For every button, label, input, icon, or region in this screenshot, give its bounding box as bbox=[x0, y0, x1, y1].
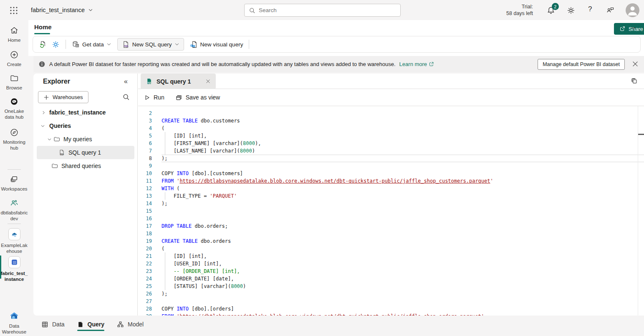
tree-item-shared-queries[interactable]: Shared queries bbox=[37, 159, 134, 173]
code-line-18: 18 bbox=[138, 230, 644, 237]
nav-rail-item-monitoring-hub[interactable]: Monitoring hub bbox=[0, 128, 28, 151]
save-as-view-button[interactable]: Save as view bbox=[175, 94, 220, 101]
code-line-11: 11FROM 'https://dbtlabsynapsedatalake.bl… bbox=[138, 177, 644, 185]
code-line-27: 27 bbox=[138, 298, 644, 305]
tab-sql-query-1[interactable]: SQL SQL query 1 bbox=[141, 74, 216, 89]
data-warehouse-icon bbox=[9, 310, 20, 321]
code-line-2: 2 bbox=[138, 109, 644, 117]
code-line-29: 29FROM 'https://dbtlabsynapsedatalake.bl… bbox=[138, 313, 644, 316]
chevron-right-icon bbox=[40, 109, 47, 116]
home-icon bbox=[10, 26, 19, 35]
query-settings-button[interactable] bbox=[49, 38, 62, 51]
share-button[interactable]: Share bbox=[614, 23, 644, 35]
toolbar-divider bbox=[66, 40, 66, 49]
workspaces-icon bbox=[10, 175, 19, 184]
query-command-bar: Run Save as view bbox=[138, 89, 644, 106]
nav-rail-item-create[interactable]: Create bbox=[0, 50, 28, 67]
visual-query-icon bbox=[190, 41, 198, 48]
nav-rail-item-fabric-test-instance[interactable]: fabric_test_instance bbox=[0, 256, 28, 282]
svg-text:SQL: SQL bbox=[148, 82, 152, 84]
tree-item-warehouse-root[interactable]: fabric_test_instance bbox=[37, 106, 134, 119]
code-line-8: 8); bbox=[138, 155, 644, 162]
settings-gear-blue-icon bbox=[52, 41, 60, 48]
feedback-icon[interactable] bbox=[606, 6, 614, 14]
query-workarea: SQL SQL query 1 Run Save as view 23CREAT… bbox=[138, 74, 644, 316]
top-bar: fabric_test_instance Trial: 58 days left… bbox=[0, 0, 644, 20]
code-line-22: 22 [USER_ID] [int], bbox=[138, 260, 644, 267]
tree-item-queries[interactable]: Queries bbox=[37, 119, 134, 132]
workspace-switcher[interactable]: fabric_test_instance bbox=[31, 5, 93, 15]
sql-editor[interactable]: 23CREATE TABLE dbo.customers4(5 [ID] [in… bbox=[138, 106, 644, 316]
code-line-12: 12WITH ( bbox=[138, 185, 644, 192]
view-tab-data[interactable]: Data bbox=[41, 321, 65, 331]
code-line-19: 19CREATE TABLE dbo.orders bbox=[138, 237, 644, 245]
code-line-21: 21 [ID] [int], bbox=[138, 252, 644, 260]
code-line-26: 26); bbox=[138, 290, 644, 298]
info-icon bbox=[38, 61, 45, 68]
query-document-icon bbox=[77, 321, 84, 328]
view-tab-query[interactable]: Query bbox=[77, 321, 104, 331]
global-search[interactable] bbox=[244, 4, 401, 17]
banner-message: A default Power BI dataset for faster re… bbox=[49, 61, 396, 67]
add-warehouses-button[interactable]: Warehouses bbox=[38, 91, 88, 103]
tree-item-my-queries[interactable]: My queries bbox=[37, 132, 134, 146]
close-tab-icon[interactable] bbox=[205, 79, 211, 84]
nav-rail-item-examplelakehouse[interactable]: ExampleLakehouse bbox=[0, 228, 28, 254]
help-icon[interactable]: ? bbox=[588, 5, 592, 13]
toolbar-divider bbox=[249, 40, 249, 49]
svg-text:SQL: SQL bbox=[60, 153, 64, 155]
code-line-15: 15 bbox=[138, 207, 644, 215]
code-line-16: 16 bbox=[138, 215, 644, 222]
nav-rail-item-data-warehouse[interactable]: Data Warehouse bbox=[0, 310, 28, 335]
ribbon-tab-home[interactable]: Home bbox=[34, 23, 52, 31]
rail-divider bbox=[8, 224, 21, 224]
tree-item-sql-query-1[interactable]: SQL SQL query 1 bbox=[37, 146, 134, 159]
code-line-7: 7 [LAST_NAME] [varchar](8000) bbox=[138, 147, 644, 155]
nav-rail-item-dbtlabsfabricdev[interactable]: dbtlabsfabricdev bbox=[0, 199, 28, 221]
editor-scrollbar-track[interactable] bbox=[638, 106, 638, 316]
chevron-down-icon bbox=[39, 122, 46, 129]
ribbon: Home Share Get data SQL New SQL query Ne… bbox=[28, 20, 644, 56]
rail-divider bbox=[8, 169, 21, 170]
search-input[interactable] bbox=[259, 7, 384, 13]
manage-default-dataset-button[interactable]: Manage default Power BI dataset bbox=[538, 59, 625, 70]
nav-rail-item-onelake-data-hub[interactable]: OneLake data hub bbox=[0, 97, 28, 120]
search-icon[interactable] bbox=[122, 93, 130, 101]
folder-icon bbox=[53, 136, 60, 143]
collapse-explorer-icon[interactable]: « bbox=[124, 78, 128, 85]
active-tab-underline bbox=[34, 33, 50, 34]
close-icon[interactable] bbox=[631, 60, 639, 68]
copy-icon[interactable] bbox=[631, 77, 638, 85]
collapse-ribbon-chevron-icon[interactable] bbox=[631, 25, 636, 31]
tab-strip: SQL SQL query 1 bbox=[138, 74, 644, 89]
explorer-title: Explorer bbox=[43, 78, 70, 85]
model-diagram-icon bbox=[117, 321, 124, 328]
sql-file-icon: SQL bbox=[58, 149, 65, 156]
bottom-view-switcher: Data Query Model bbox=[33, 316, 644, 336]
onelake-icon bbox=[10, 97, 19, 106]
get-data-button[interactable]: Get data bbox=[69, 38, 114, 51]
learn-more-link[interactable]: Learn more bbox=[399, 61, 434, 67]
run-button[interactable]: Run bbox=[144, 94, 164, 101]
new-sql-query-button[interactable]: SQL New SQL query bbox=[117, 38, 184, 51]
refresh-script-button[interactable] bbox=[36, 38, 49, 51]
sql-file-icon: SQL bbox=[122, 41, 130, 48]
main-panel: Explorer « Warehouses fabric_test_instan… bbox=[33, 74, 644, 316]
share-icon bbox=[619, 25, 626, 32]
app-launcher-icon[interactable] bbox=[9, 6, 18, 15]
nav-rail-item-workspaces[interactable]: Workspaces bbox=[0, 175, 28, 192]
code-line-9: 9 bbox=[138, 162, 644, 170]
code-line-5: 5 [ID] [int], bbox=[138, 132, 644, 140]
view-tab-model[interactable]: Model bbox=[117, 321, 144, 331]
new-visual-query-button[interactable]: New visual query bbox=[187, 38, 246, 51]
user-avatar[interactable] bbox=[626, 3, 639, 17]
settings-gear-icon[interactable] bbox=[567, 6, 575, 15]
nav-rail-item-home[interactable]: Home bbox=[0, 26, 28, 43]
code-line-13: 13 FILE_TYPE = 'PARQUET' bbox=[138, 192, 644, 200]
warehouse-icon bbox=[8, 256, 20, 268]
nav-rail: Home Create Browse OneLake data hub Moni… bbox=[0, 20, 28, 336]
code-line-28: 28COPY INTO [dbo].[orders] bbox=[138, 305, 644, 313]
nav-rail-item-browse[interactable]: Browse bbox=[0, 74, 28, 91]
chevron-down-icon bbox=[46, 136, 53, 143]
database-icon bbox=[72, 41, 80, 48]
